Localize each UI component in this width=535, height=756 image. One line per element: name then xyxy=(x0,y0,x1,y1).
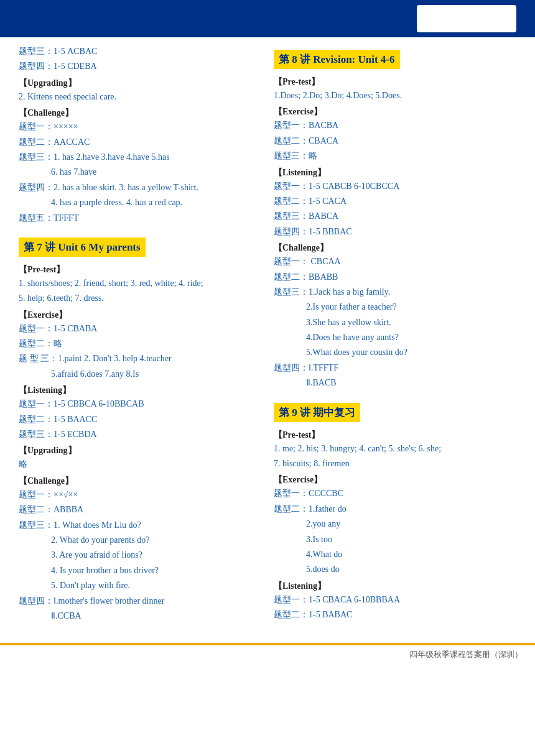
lesson8-exercise-bracket: 【Exercise】 xyxy=(274,106,516,118)
lesson7-ch-3b: 2. What do your parents do? xyxy=(19,533,261,547)
lesson9-ex-1: 题型一：CCCCBC xyxy=(274,487,516,500)
lesson8-ch-4b: Ⅱ.BACB xyxy=(274,376,516,390)
ch1-line3b: 6. has 7.have xyxy=(19,165,261,179)
lesson7-ls-line2: 题型二：1-5 BAACC xyxy=(19,413,261,426)
lesson7-ex-line3: 题 型 三：1.paint 2. Don't 3. help 4.teacher xyxy=(19,352,261,366)
lesson9-pretest-bracket: 【Pre-test】 xyxy=(274,430,516,441)
ch1-line4: 题型四：2. has a blue skirt. 3. has a yellow… xyxy=(19,181,261,195)
lesson8-ch-4: 题型四：Ⅰ.TFFTF xyxy=(274,361,516,375)
lesson7-ch-3: 题型三：1. What does Mr Liu do? xyxy=(19,519,261,532)
lesson9-ex-2c: 3.Is too xyxy=(274,533,516,546)
ch1-line2: 题型二：AACCAC xyxy=(19,136,261,149)
lesson8-ch-3: 题型三：1.Jack has a big family. xyxy=(274,285,516,299)
lesson7-upgrading-line1: 略 xyxy=(19,458,261,471)
lesson8-ex-3: 题型三：略 xyxy=(274,149,516,163)
lesson7-ch-1: 题型一：××√×× xyxy=(19,488,261,502)
lesson7-ex-line1: 题型一：1-5 CBABA xyxy=(19,322,261,336)
lesson7-ls-line3: 题型三：1-5 ECBDA xyxy=(19,428,261,441)
lesson8-ls-4: 题型四：1-5 BBBAC xyxy=(274,225,516,239)
top-bar xyxy=(0,0,535,37)
lesson7-pretest-line2: 5. help; 6.teeth; 7. dress. xyxy=(19,292,261,305)
lesson7-ch-3e: 5. Don't play with fire. xyxy=(19,579,261,592)
lesson9-ex-2e: 5.does do xyxy=(274,563,516,576)
ch1-line3: 题型三：1. has 2.have 3.have 4.have 5.has xyxy=(19,150,261,164)
challenge1-bracket: 【Challenge】 xyxy=(19,108,261,119)
lesson7-exercise-bracket: 【Exercise】 xyxy=(19,310,261,321)
footer-text: 四年级秋季课程答案册（深圳） xyxy=(409,649,523,660)
lesson8-ls-1: 题型一：1-5 CABCB 6-10CBCCA xyxy=(274,180,516,193)
lesson7-listening-bracket: 【Listening】 xyxy=(19,385,261,396)
lesson8-pretest-line1: 1.Does; 2.Do; 3.Do; 4.Does; 5.Does. xyxy=(274,89,516,103)
ch1-line5: 题型五：TFFFT xyxy=(19,211,261,225)
ch1-line4b: 4. has a purple dress. 4. has a red cap. xyxy=(19,196,261,210)
lesson9-title-bar: 第 9 讲 期中复习 xyxy=(274,403,360,422)
lesson7-ch-4: 题型四：Ⅰ.mother's flower brother dinner xyxy=(19,594,261,608)
lesson8-ch-1: 题型一： CBCAA xyxy=(274,255,516,269)
lesson9-pretest-line2: 7. biscuits; 8. firemen xyxy=(274,457,516,471)
upgrading1-line1: 2. Kittens need special care. xyxy=(19,90,261,104)
lesson8-challenge-bracket: 【Challenge】 xyxy=(274,242,516,254)
lesson9-ex-2b: 2.you any xyxy=(274,517,516,531)
lesson9-ls-1: 题型一：1-5 CBACA 6-10BBBAA xyxy=(274,593,516,607)
lesson8-listening-bracket: 【Listening】 xyxy=(274,167,516,178)
lesson7-ls-line1: 题型一：1-5 CBBCA 6-10BBCAB xyxy=(19,397,261,411)
lesson8-ex-1: 题型一：BACBA xyxy=(274,119,516,132)
lesson9-exercise-bracket: 【Exercise】 xyxy=(274,474,516,486)
lesson7-title-bar: 第 7 讲 Unit 6 My parents xyxy=(19,237,146,257)
lesson7-ch-2: 题型二：ABBBA xyxy=(19,503,261,517)
lesson8-ch-2: 题型二：BBABB xyxy=(274,270,516,284)
lesson7-ex-line3b: 5.afraid 6.does 7.any 8.Is xyxy=(19,367,261,381)
ch1-line1: 题型一：××××× xyxy=(19,120,261,134)
right-column: 第 8 讲 Revision: Unit 4-6 【Pre-test】 1.Do… xyxy=(274,44,516,624)
left-column: 题型三：1-5 ACBAC 题型四：1-5 CDEBA 【Upgrading】 … xyxy=(19,44,261,624)
lesson7-ex-line2: 题型二：略 xyxy=(19,337,261,351)
lesson7-ch-3d: 4. Is your brother a bus driver? xyxy=(19,564,261,578)
lesson7-pretest-bracket: 【Pre-test】 xyxy=(19,264,261,275)
lesson7-challenge-bracket: 【Challenge】 xyxy=(19,476,261,487)
lesson8-ch-3b: 2.Is your father a teacher? xyxy=(274,300,516,314)
lesson7-upgrading-bracket: 【Upgrading】 xyxy=(19,445,261,456)
lesson8-title-bar: 第 8 讲 Revision: Unit 4-6 xyxy=(274,50,400,69)
lesson7-ch-4b: Ⅱ.CCBA xyxy=(19,609,261,623)
lesson8-pretest-bracket: 【Pre-test】 xyxy=(274,76,516,88)
lesson9-ex-2: 题型二：1.father do xyxy=(274,502,516,516)
lesson8-ch-3c: 3.She has a yellow skirt. xyxy=(274,316,516,330)
left-start-line2: 题型四：1-5 CDEBA xyxy=(19,60,261,73)
lesson8-ls-2: 题型二：1-5 CACA xyxy=(274,195,516,208)
lesson7-pretest-line1: 1. shorts/shoes; 2. friend, short; 3. re… xyxy=(19,277,261,290)
lesson9-pretest-line1: 1. me; 2. his; 3. hungry; 4. can't; 5. s… xyxy=(274,442,516,456)
top-bar-white-box xyxy=(417,5,516,32)
upgrading1-bracket: 【Upgrading】 xyxy=(19,78,261,89)
lesson9-ex-2d: 4.What do xyxy=(274,548,516,561)
lesson9-ls-2: 题型二：1-5 BABAC xyxy=(274,608,516,622)
lesson8-ex-2: 题型二：CBACA xyxy=(274,134,516,148)
lesson7-ch-3c: 3. Are you afraid of lions? xyxy=(19,548,261,562)
lesson8-ch-3d: 4.Does he have any aunts? xyxy=(274,331,516,344)
lesson9-listening-bracket: 【Listening】 xyxy=(274,581,516,592)
lesson8-ls-3: 题型三：BABCA xyxy=(274,210,516,223)
lesson8-ch-3e: 5.What does your cousin do? xyxy=(274,346,516,359)
left-start-line1: 题型三：1-5 ACBAC xyxy=(19,45,261,58)
